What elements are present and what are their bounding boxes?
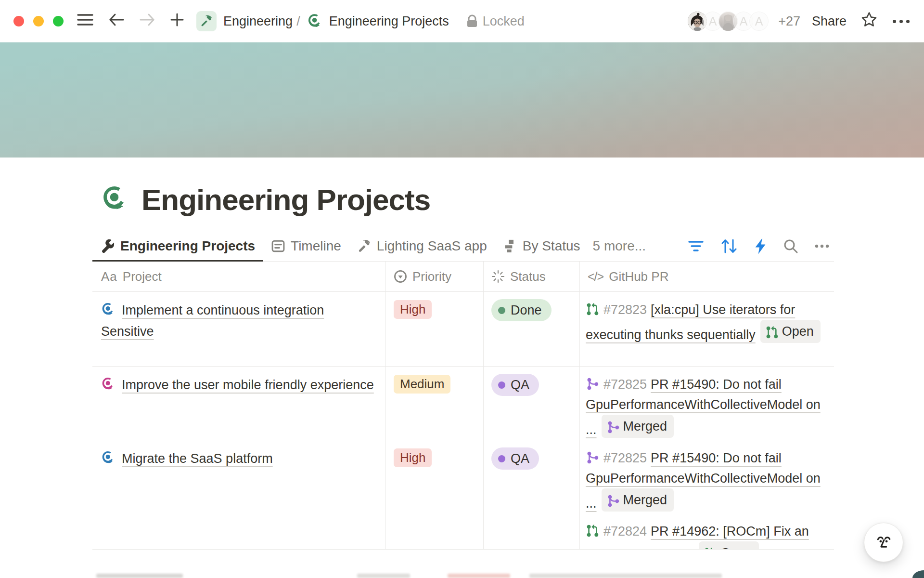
column-header-project[interactable]: Aa Project: [92, 262, 386, 291]
pr-state-icon: [765, 325, 779, 338]
text-type-icon: Aa: [101, 269, 117, 284]
partial-next-row-fragment: [96, 574, 183, 578]
locked-indicator[interactable]: Locked: [466, 14, 525, 29]
column-header-status[interactable]: Status: [484, 262, 580, 291]
timeline-icon: [271, 239, 285, 253]
tab-timeline[interactable]: Timeline: [263, 231, 349, 262]
pr-number: #72825: [603, 377, 647, 392]
automation-lightning-icon[interactable]: [754, 238, 767, 254]
status-dot: [498, 455, 505, 462]
table-row[interactable]: Implement a continuous integration Sensi…: [92, 292, 834, 367]
github-pr-entry: #72823[xla:cpu] Use iterators for execut…: [586, 300, 829, 345]
priority-badge: High: [394, 448, 432, 467]
view-more-icon[interactable]: [815, 244, 829, 248]
status-icon: [491, 270, 505, 283]
workspace-hammer-icon[interactable]: [196, 11, 217, 31]
breadcrumb-separator: /: [296, 14, 300, 29]
github-pr-cell[interactable]: #72823[xla:cpu] Use iterators for execut…: [580, 292, 834, 366]
github-pr-cell[interactable]: #72825PR #15490: Do not fail GpuPerforma…: [580, 440, 834, 549]
zoom-window-button[interactable]: [53, 16, 64, 26]
filter-icon[interactable]: [688, 239, 704, 253]
pr-state-badge: Open: [699, 541, 759, 549]
table-header-row: Aa Project Priority Status </> GitHub PR: [92, 262, 834, 292]
project-cell[interactable]: Improve the user mobile friendly experie…: [92, 367, 386, 440]
github-pr-entry: #72824PR #14962: [ROCm] Fix an issue wit…: [586, 521, 829, 549]
topbar-more-icon[interactable]: [893, 20, 910, 23]
pull-request-icon: [586, 376, 599, 390]
status-cell[interactable]: QA: [484, 367, 580, 440]
traffic-lights: [13, 16, 64, 26]
pr-number: #72824: [603, 524, 647, 539]
back-arrow-icon[interactable]: [109, 13, 124, 30]
forward-arrow-icon[interactable]: [140, 13, 155, 30]
pr-state-icon: [704, 546, 717, 549]
status-badge: QA: [491, 374, 539, 396]
page-title[interactable]: Engineering Projects: [141, 183, 430, 217]
view-tabs: Engineering Projects Timeline Lighting S…: [92, 231, 834, 262]
status-badge: Done: [491, 299, 552, 321]
collaborator-avatars[interactable]: A A A: [687, 11, 770, 32]
favorite-star-icon[interactable]: [861, 12, 877, 31]
project-link[interactable]: Implement a continuous integration Sensi…: [101, 303, 324, 339]
avatar[interactable]: A: [748, 11, 770, 32]
status-cell[interactable]: Done: [484, 292, 580, 366]
tab-engineering-projects[interactable]: Engineering Projects: [92, 231, 263, 262]
priority-badge: High: [394, 300, 432, 319]
pull-request-icon: [586, 523, 599, 537]
pr-state-badge: Merged: [602, 488, 674, 512]
priority-cell[interactable]: High: [386, 292, 484, 366]
avatar-overflow-count[interactable]: +27: [778, 14, 800, 29]
tab-lighting-saas-app[interactable]: Lighting SaaS app: [349, 231, 495, 262]
pull-request-icon: [586, 450, 599, 463]
project-cell[interactable]: Implement a continuous integration Sensi…: [92, 292, 386, 366]
github-pr-cell[interactable]: #72825PR #15490: Do not fail GpuPerforma…: [580, 367, 834, 440]
page-title-icon[interactable]: [101, 184, 130, 215]
priority-cell[interactable]: High: [386, 440, 484, 549]
page-logo-icon: [307, 13, 323, 29]
pr-state-icon: [606, 493, 620, 507]
partial-next-row-fragment: [448, 574, 510, 578]
breadcrumb-workspace[interactable]: Engineering: [223, 14, 293, 29]
pr-state-badge: Merged: [602, 415, 674, 438]
wrench-icon: [101, 239, 115, 253]
project-page-icon: [101, 302, 116, 317]
sort-icon[interactable]: [720, 238, 738, 254]
search-icon[interactable]: [783, 238, 798, 254]
pr-number: #72825: [603, 451, 647, 465]
priority-cell[interactable]: Medium: [386, 367, 484, 440]
minimize-window-button[interactable]: [33, 16, 44, 26]
table-row[interactable]: Migrate the SaaS platform High QA #72825…: [92, 440, 834, 550]
status-cell[interactable]: QA: [484, 440, 580, 549]
window-topbar: Engineering / Engineering Projects Locke…: [0, 0, 924, 42]
select-icon: [394, 270, 407, 283]
github-pr-entry: #72825PR #15490: Do not fail GpuPerforma…: [586, 448, 829, 513]
tab-by-status[interactable]: By Status: [495, 231, 588, 262]
pr-number: #72823: [603, 302, 647, 317]
column-header-github-pr[interactable]: </> GitHub PR: [580, 262, 834, 291]
partial-next-row-fragment: [357, 574, 410, 578]
project-page-icon: [101, 377, 116, 392]
new-tab-icon[interactable]: [170, 13, 184, 30]
share-button[interactable]: Share: [812, 14, 847, 29]
notion-ai-button[interactable]: [864, 523, 903, 562]
notion-window: Engineering / Engineering Projects Locke…: [0, 0, 924, 578]
page-cover-image[interactable]: [0, 42, 924, 158]
status-badge: QA: [491, 447, 539, 470]
breadcrumb-page[interactable]: Engineering Projects: [329, 14, 449, 29]
close-window-button[interactable]: [13, 16, 24, 26]
table-row[interactable]: Improve the user mobile friendly experie…: [92, 367, 834, 440]
project-link[interactable]: Improve the user mobile friendly experie…: [122, 378, 374, 392]
table-body: Implement a continuous integration Sensi…: [92, 292, 834, 550]
project-link[interactable]: Migrate the SaaS platform: [122, 451, 273, 466]
pull-request-icon: [586, 302, 599, 315]
priority-badge: Medium: [394, 375, 450, 394]
project-cell[interactable]: Migrate the SaaS platform: [92, 440, 386, 549]
pr-state-icon: [606, 420, 620, 433]
code-icon: </>: [588, 270, 603, 284]
lock-icon: [466, 14, 478, 28]
tab-more-views[interactable]: 5 more...: [588, 231, 654, 262]
column-header-priority[interactable]: Priority: [386, 262, 484, 291]
partial-next-row-fragment: [529, 574, 722, 578]
board-icon: [503, 239, 517, 253]
sidebar-menu-icon[interactable]: [77, 13, 93, 29]
